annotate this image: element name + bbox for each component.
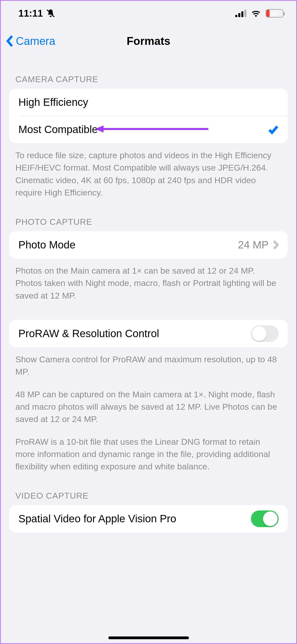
row-most-compatible[interactable]: Most Compatible [9, 116, 288, 143]
status-right: 16 [235, 9, 284, 18]
cellular-icon [235, 10, 246, 17]
status-time: 11:11 [18, 8, 43, 19]
back-button[interactable]: Camera [6, 35, 55, 47]
checkmark-icon [268, 124, 279, 135]
home-indicator[interactable] [108, 636, 189, 639]
section-header-camera-capture: CAMERA CAPTURE [9, 74, 288, 89]
switch-knob [252, 326, 267, 341]
group-proraw: ProRAW & Resolution Control [9, 320, 288, 347]
group-video-capture: Spatial Video for Apple Vision Pro [9, 505, 288, 532]
row-spatial-video[interactable]: Spatial Video for Apple Vision Pro [9, 505, 288, 532]
row-label: Photo Mode [18, 239, 76, 251]
section-footer-photo-capture: Photos on the Main camera at 1× can be s… [9, 259, 288, 302]
proraw-toggle[interactable] [251, 325, 279, 342]
section-header-photo-capture: PHOTO CAPTURE [9, 217, 288, 231]
silent-bell-icon [46, 9, 55, 18]
section-footer-proraw-2: 48 MP can be captured on the Main camera… [9, 378, 288, 426]
status-bar: 11:11 16 [1, 1, 296, 26]
section-proraw: ProRAW & Resolution Control Show Camera … [1, 320, 296, 473]
status-left: 11:11 [18, 8, 55, 19]
row-photo-mode[interactable]: Photo Mode 24 MP [9, 231, 288, 259]
row-proraw[interactable]: ProRAW & Resolution Control [9, 320, 288, 347]
chevron-right-icon [273, 240, 279, 249]
row-high-efficiency[interactable]: High Efficiency [9, 89, 288, 116]
row-label: High Efficiency [18, 96, 88, 108]
row-label: ProRAW & Resolution Control [18, 328, 159, 340]
section-footer-proraw-3: ProRAW is a 10-bit file that uses the Li… [9, 426, 288, 473]
group-photo-capture: Photo Mode 24 MP [9, 231, 288, 259]
section-video-capture: VIDEO CAPTURE Spatial Video for Apple Vi… [1, 491, 296, 532]
nav-bar: Camera Formats [1, 26, 296, 56]
row-label: Most Compatible [18, 123, 98, 136]
group-camera-capture: High Efficiency Most Compatible [9, 89, 288, 143]
spatial-video-toggle[interactable] [251, 510, 279, 527]
section-footer-proraw-1: Show Camera control for ProRAW and maxim… [9, 347, 288, 378]
annotation-arrow-icon [95, 124, 208, 134]
section-footer-camera-capture: To reduce file size, capture photos and … [9, 143, 288, 199]
wifi-icon [251, 10, 261, 17]
row-label: Spatial Video for Apple Vision Pro [18, 513, 176, 525]
chevron-left-icon [6, 35, 14, 47]
section-header-video-capture: VIDEO CAPTURE [9, 491, 288, 505]
section-photo-capture: PHOTO CAPTURE Photo Mode 24 MP Photos on… [1, 217, 296, 302]
section-camera-capture: CAMERA CAPTURE High Efficiency Most Comp… [1, 74, 296, 199]
battery-icon: 16 [266, 9, 284, 18]
battery-percent: 16 [266, 10, 283, 17]
back-label: Camera [16, 35, 55, 47]
switch-knob [263, 511, 278, 526]
row-value: 24 MP [238, 239, 269, 251]
